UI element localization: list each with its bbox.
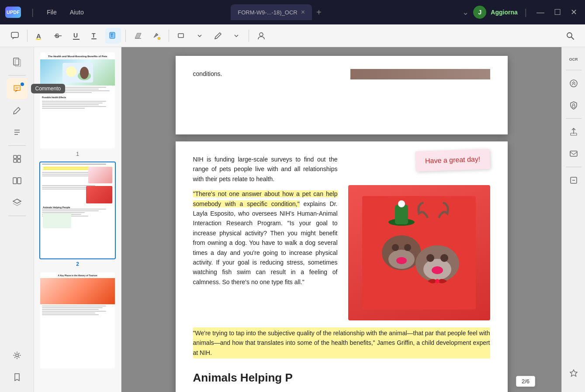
top-bar: UPDF | File Aiuto FORM-W9-...-18)_OCR × … [0,0,585,24]
app-logo: UPDF [5,7,21,18]
svg-point-32 [16,354,18,357]
tab-close-btn[interactable]: × [301,8,305,16]
pdf-area[interactable]: conditions. Have a great day! [121,47,561,392]
thumb-number-2: 2 [76,261,79,267]
menu-file[interactable]: File [41,6,63,18]
bucket-btn[interactable] [149,28,164,44]
animals-heading: Animals Helping P [193,369,490,387]
thumbnail-2[interactable]: Animals Helping People 2 [38,162,118,267]
thumb-img-2: Animals Helping People [40,162,115,258]
thumb-img-3: A Key Phase in the History of Tourism [40,272,115,368]
sidebar-bookmark-btn[interactable] [7,367,28,388]
svg-point-51 [435,279,440,283]
svg-rect-27 [14,159,17,162]
text-bg-btn[interactable]: T [105,28,121,44]
compress-btn[interactable] [563,170,584,191]
person-btn[interactable] [253,28,269,44]
share-btn[interactable] [563,121,584,142]
thumbnail-1[interactable]: The Health and Mood-Boosting Benefits of… [38,52,118,157]
thumb2-content-area: Animals Helping People [40,162,115,219]
active-tab[interactable]: FORM-W9-...-18)_OCR × [231,4,312,20]
convert-btn[interactable] [563,73,584,94]
pen-btn[interactable] [210,28,226,44]
svg-rect-8 [91,38,97,39]
tab-chevron-btn[interactable]: ⌄ [462,7,469,17]
integrations-btn[interactable] [563,362,584,383]
sidebar-pages-btn[interactable] [7,52,28,72]
main-area: Commento The [0,47,585,392]
search-btn[interactable] [562,28,578,44]
thumb1-img-area [40,59,115,86]
email-btn[interactable] [563,143,584,164]
svg-rect-14 [178,34,183,38]
right-sep-1 [566,70,582,70]
right-sep-3 [566,167,582,167]
svg-point-15 [260,33,263,36]
top-menu: File Aiuto [41,6,90,18]
shape-dropdown-btn[interactable] [192,28,208,44]
thumb-page-2[interactable]: Animals Helping People [39,162,116,259]
svg-point-13 [158,37,160,40]
sidebar-sep-1 [8,75,26,76]
update-button[interactable]: Aggiorna [491,9,517,16]
sidebar-settings-btn[interactable] [7,345,28,366]
tab-add-btn[interactable]: + [316,7,322,17]
ocr-tool-btn[interactable]: OCR [564,52,583,67]
strikethrough-btn[interactable]: S [50,28,66,44]
svg-line-17 [571,37,574,39]
thumbnail-panel: The Health and Mood-Boosting Benefits of… [34,47,121,392]
menu-aiuto[interactable]: Aiuto [64,6,90,18]
svg-rect-18 [14,58,19,65]
sidebar-sep-3 [8,216,26,216]
svg-point-45 [396,257,407,264]
svg-text:T: T [111,33,113,38]
thumb-page-3[interactable]: A Key Phase in the History of Tourism [39,272,116,369]
svg-point-50 [432,266,443,274]
quote-block-2: "We're trying to tap into the subjective… [193,327,490,358]
protect-btn[interactable] [563,95,584,116]
tool-sep-4 [249,30,249,42]
sidebar-organize-btn[interactable] [7,148,28,169]
svg-point-40 [398,200,405,207]
sticky-note: Have a great day! [415,149,490,172]
thumbnail-3[interactable]: A Key Phase in the History of Tourism [38,272,118,369]
thumb3-title: A Key Phase in the History of Tourism [40,272,115,278]
tool-sep-3 [169,30,169,42]
svg-text:A: A [36,32,41,40]
top-bar-right: J Aggiorna | — ☐ ✕ [473,6,580,19]
thumb-page-1[interactable]: The Health and Mood-Boosting Benefits of… [39,52,116,149]
logo-box: UPDF [5,7,21,18]
right-sidebar: OCR [561,47,585,392]
sidebar-edit-btn[interactable] [7,100,28,121]
sidebar-compare-btn[interactable] [7,170,28,191]
sidebar-layers-btn[interactable] [7,192,28,213]
comment-btn[interactable] [7,28,23,44]
highlight-btn[interactable]: A [32,28,48,44]
text-color-btn[interactable]: T [87,28,103,44]
brown-bar [350,69,490,79]
tool-sep-2 [125,30,126,42]
shape-btn[interactable] [173,28,189,44]
page-content-top: conditions. [193,69,490,83]
minimize-btn[interactable]: — [534,7,547,18]
tool-sep-1 [27,30,28,42]
svg-text:U: U [73,32,78,39]
eraser-btn[interactable] [130,28,146,44]
maximize-btn[interactable]: ☐ [551,7,564,18]
underline-btn[interactable]: U [69,28,84,44]
pen-dropdown-btn[interactable] [228,28,244,44]
thumb-img-1: The Health and Mood-Boosting Benefits of… [40,52,115,148]
svg-rect-30 [17,178,21,184]
sidebar-comment-btn[interactable]: Commento [7,78,28,99]
thumb2-dog-img [88,167,112,183]
conditions-text: conditions. [193,69,342,79]
sidebar-sep-2 [8,145,26,146]
sidebar-list-btn[interactable] [7,122,28,143]
quote-continuation-1: explains Dr. Layla Esposito, who oversee… [193,200,338,285]
svg-rect-61 [570,151,577,156]
thumb1-title: The Health and Mood-Boosting Benefits of… [40,52,115,59]
svg-marker-11 [135,33,141,38]
svg-rect-25 [14,155,17,158]
close-btn[interactable]: ✕ [568,7,580,18]
svg-point-49 [440,254,448,262]
